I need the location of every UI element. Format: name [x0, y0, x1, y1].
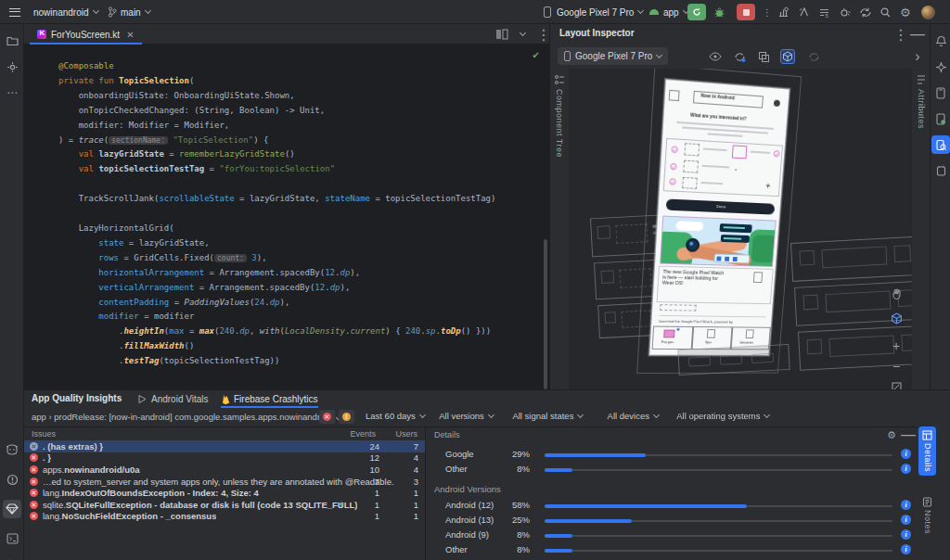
profiler-icon[interactable] [777, 0, 790, 24]
project-selector[interactable]: nowinandroid [33, 0, 98, 24]
issue-row[interactable]: ✕…ed to system_server and system apps on… [24, 476, 425, 488]
device-render-3d[interactable]: Now in Android What are you interested i… [641, 70, 798, 368]
issue-row[interactable]: ✕lang.NoSuchFieldException - _consensus1… [24, 511, 425, 523]
filter-all-versions[interactable]: All versions [439, 411, 494, 421]
code-line: contentPadding = PaddingValues(24.dp), [58, 296, 495, 311]
avatar[interactable] [921, 0, 935, 24]
issue-text: apps.nowinandroid/u0a [43, 465, 140, 475]
ai-actions-icon[interactable] [798, 0, 810, 24]
pan-mode-icon[interactable] [888, 286, 905, 302]
running-devices-icon[interactable] [931, 109, 950, 128]
tab-android-vitals[interactable]: Android Vitals [137, 390, 209, 408]
fatal-filter-toggle[interactable]: ✕ [319, 410, 335, 424]
device-manager-icon[interactable] [931, 83, 950, 102]
component-tree-stripe[interactable]: Component Tree [550, 69, 569, 389]
gemini-icon[interactable] [931, 57, 950, 76]
info-icon[interactable]: i [901, 544, 911, 554]
tab-list-chevron-icon[interactable] [516, 22, 525, 46]
issue-row[interactable]: ✕lang.IndexOutOfBoundsException - Index:… [24, 487, 425, 499]
problems-tool-icon[interactable] [3, 470, 21, 489]
issue-row[interactable]: ✕apps.nowinandroid/u0a104 [24, 464, 425, 476]
layout-inspector-tool-icon[interactable] [931, 135, 950, 154]
filter-all-operating-systems[interactable]: All operating systems [676, 411, 769, 421]
reload-icon[interactable] [806, 49, 821, 64]
issue-text: . (has extras) } [43, 441, 103, 452]
inspector-options-icon[interactable]: ⋮ [893, 27, 908, 42]
phone-nav-label: Interests [740, 340, 754, 344]
mode-3d-toggle-icon[interactable] [888, 310, 905, 326]
editor-scrollbar[interactable] [544, 239, 547, 389]
close-tab-icon[interactable]: ✕ [126, 30, 134, 40]
info-icon[interactable]: i [901, 529, 911, 540]
mode-3d-icon[interactable] [780, 49, 795, 64]
phone-feed-image [660, 216, 777, 267]
split-editor-icon[interactable] [495, 22, 508, 46]
issue-text: sqlite.SQLiteFullException - database or… [43, 500, 357, 510]
version-control-tool-icon[interactable] [3, 555, 21, 560]
logcat-tool-icon[interactable] [3, 440, 21, 459]
attributes-label: Attributes [917, 89, 926, 129]
view-options-icon[interactable] [708, 49, 723, 64]
settings-icon[interactable]: ⚙ [900, 0, 911, 24]
commit-tool-icon[interactable] [3, 57, 21, 76]
crash-severity-icon: ✕ [30, 489, 38, 497]
info-icon[interactable]: i [901, 515, 911, 525]
more-actions-icon[interactable]: ⋮ [763, 0, 772, 24]
issue-users-count: 4 [385, 452, 418, 463]
filter-last-60-days[interactable]: Last 60 days [366, 411, 425, 421]
zoom-out-icon[interactable]: − [888, 358, 905, 375]
col-users[interactable]: Users [395, 429, 417, 439]
notifications-icon[interactable] [931, 32, 950, 50]
search-icon[interactable] [879, 0, 892, 24]
bar-percent: 8% [500, 464, 530, 474]
run-button[interactable] [687, 0, 706, 24]
bar-label: Android (12) [445, 500, 494, 510]
layers-icon[interactable] [756, 49, 771, 64]
main-menu-icon[interactable] [9, 0, 20, 24]
vcs-branch-selector[interactable]: main [108, 0, 150, 24]
inspector-device-selector[interactable]: Google Pixel 7 Pro [558, 47, 668, 65]
filter-all-devices[interactable]: All devices [608, 411, 659, 421]
zoom-fit-icon[interactable] [888, 378, 905, 389]
run-config-selector[interactable]: app [649, 0, 688, 24]
debug-button[interactable] [713, 0, 725, 24]
toolbar-overflow-icon[interactable]: › [910, 49, 925, 64]
terminal-tool-icon[interactable] [3, 529, 21, 548]
build-analyzer-icon[interactable] [839, 0, 851, 24]
issue-text: lang.NoSuchFieldException - _consensus [43, 511, 216, 521]
issue-row[interactable]: ✕. (has extras) }247 [24, 440, 425, 452]
project-tool-icon[interactable] [3, 32, 21, 50]
tab-foryouscreen[interactable]: ForYouScreen.kt ✕ [30, 24, 142, 45]
info-icon[interactable]: i [901, 500, 911, 510]
side-tab-details[interactable]: Details [918, 426, 936, 476]
zoom-in-icon[interactable]: + [888, 337, 905, 354]
attributes-stripe[interactable]: Attributes [912, 69, 931, 389]
issue-row[interactable]: ✕. }124 [24, 452, 425, 465]
filter-all-signal-states[interactable]: All signal states [512, 411, 583, 421]
more-tools-icon[interactable]: ⋯ [3, 83, 21, 102]
col-events[interactable]: Events [350, 429, 376, 439]
details-minimize-icon[interactable]: — [901, 427, 916, 442]
device-selector[interactable]: Google Pixel 7 Pro [544, 0, 643, 24]
side-tab-notes[interactable]: Notes [918, 493, 936, 538]
todo-list-icon[interactable]: 5 [818, 0, 830, 24]
sync-project-icon[interactable] [859, 0, 872, 24]
col-issues[interactable]: Issues [32, 429, 56, 439]
layout-inspector-canvas[interactable]: Now in Android What are you interested i… [569, 69, 912, 389]
stop-button[interactable] [737, 0, 755, 24]
issue-row[interactable]: ✕sqlite.SQLiteFullException - database o… [24, 499, 425, 511]
main-toolbar: nowinandroid main Google Pixel 7 Pro app… [0, 0, 950, 24]
info-icon[interactable]: i [901, 449, 911, 459]
code-editor[interactable]: @Composableprivate fun TopicSelection( o… [24, 45, 549, 389]
app-quality-insights-tool-icon[interactable] [3, 500, 21, 518]
refresh-snapshot-icon[interactable] [732, 49, 747, 64]
inspector-minimize-icon[interactable]: — [910, 27, 925, 42]
details-settings-icon[interactable]: ⚙ [884, 427, 899, 442]
app-scope-selector[interactable]: app › prodRelease: [now-in-android] com.… [32, 412, 341, 422]
nonfatal-filter-toggle[interactable]: ! [339, 410, 354, 424]
tab-firebase-crashlytics[interactable]: Firebase Crashlytics [221, 390, 318, 408]
info-icon[interactable]: i [901, 464, 911, 474]
inspections-ok-icon[interactable]: ✔ [533, 50, 540, 60]
layout-inspector-title: Layout Inspector [559, 28, 635, 38]
emulator-icon[interactable] [931, 161, 950, 180]
